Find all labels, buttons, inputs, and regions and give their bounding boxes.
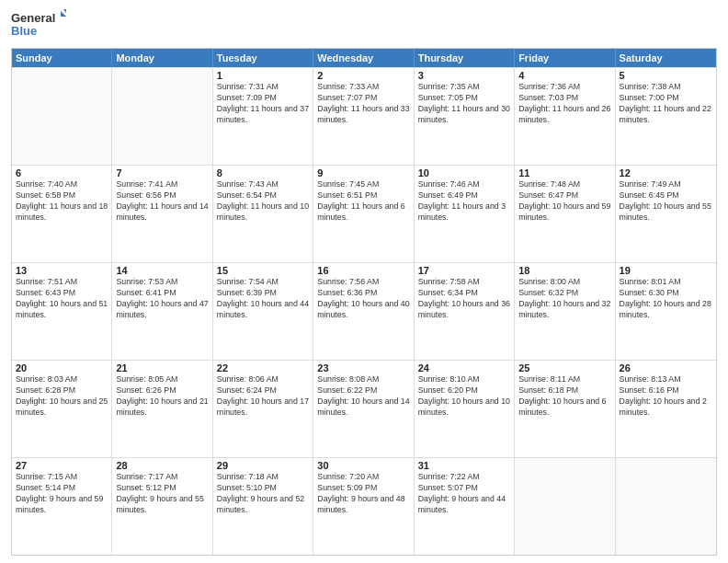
calendar-cell: 2Sunrise: 7:33 AM Sunset: 7:07 PM Daylig… [313,68,414,165]
day-number: 8 [217,167,309,178]
cell-text: Sunrise: 8:01 AM Sunset: 6:30 PM Dayligh… [620,277,712,321]
day-number: 23 [317,362,409,373]
calendar-cell [616,458,716,555]
cell-text: Sunrise: 7:49 AM Sunset: 6:45 PM Dayligh… [620,179,712,224]
calendar-cell: 13Sunrise: 7:51 AM Sunset: 6:43 PM Dayli… [12,263,112,360]
cell-text: Sunrise: 7:40 AM Sunset: 6:58 PM Dayligh… [16,179,108,224]
calendar-cell: 29Sunrise: 7:18 AM Sunset: 5:10 PM Dayli… [213,458,313,555]
calendar-row: 27Sunrise: 7:15 AM Sunset: 5:14 PM Dayli… [12,457,716,555]
day-number: 27 [16,460,108,471]
calendar-row: 20Sunrise: 8:03 AM Sunset: 6:28 PM Dayli… [12,360,716,457]
day-number: 11 [518,167,610,178]
day-number: 16 [317,265,409,276]
day-number: 3 [418,70,510,81]
day-number: 12 [620,167,712,178]
calendar-cell: 17Sunrise: 7:58 AM Sunset: 6:34 PM Dayli… [415,263,515,360]
calendar-cell: 10Sunrise: 7:46 AM Sunset: 6:49 PM Dayli… [415,166,515,262]
day-number: 17 [418,265,510,276]
calendar-cell [112,68,212,165]
weekday-header: Friday [515,49,615,67]
calendar-header: SundayMondayTuesdayWednesdayThursdayFrid… [12,49,716,67]
calendar-cell: 27Sunrise: 7:15 AM Sunset: 5:14 PM Dayli… [12,458,112,555]
day-number: 21 [116,362,208,373]
day-number: 18 [518,265,610,276]
calendar: SundayMondayTuesdayWednesdayThursdayFrid… [11,48,717,556]
cell-text: Sunrise: 7:18 AM Sunset: 5:10 PM Dayligh… [217,472,309,516]
day-number: 28 [116,460,208,471]
cell-text: Sunrise: 7:36 AM Sunset: 7:03 PM Dayligh… [518,82,610,126]
calendar-cell: 28Sunrise: 7:17 AM Sunset: 5:12 PM Dayli… [112,458,212,555]
day-number: 2 [317,70,409,81]
calendar-cell: 4Sunrise: 7:36 AM Sunset: 7:03 PM Daylig… [515,68,615,165]
calendar-cell: 24Sunrise: 8:10 AM Sunset: 6:20 PM Dayli… [415,361,515,457]
cell-text: Sunrise: 8:08 AM Sunset: 6:22 PM Dayligh… [317,374,409,419]
cell-text: Sunrise: 7:45 AM Sunset: 6:51 PM Dayligh… [317,179,409,224]
cell-text: Sunrise: 8:11 AM Sunset: 6:18 PM Dayligh… [518,374,610,419]
calendar-cell: 12Sunrise: 7:49 AM Sunset: 6:45 PM Dayli… [616,166,716,262]
cell-text: Sunrise: 7:15 AM Sunset: 5:14 PM Dayligh… [16,472,108,516]
calendar-row: 13Sunrise: 7:51 AM Sunset: 6:43 PM Dayli… [12,262,716,360]
day-number: 10 [418,167,510,178]
cell-text: Sunrise: 8:03 AM Sunset: 6:28 PM Dayligh… [16,374,108,419]
cell-text: Sunrise: 7:35 AM Sunset: 7:05 PM Dayligh… [418,82,510,126]
cell-text: Sunrise: 7:38 AM Sunset: 7:00 PM Dayligh… [620,82,712,126]
calendar-cell: 19Sunrise: 8:01 AM Sunset: 6:30 PM Dayli… [616,263,716,360]
calendar-body: 1Sunrise: 7:31 AM Sunset: 7:09 PM Daylig… [12,67,716,555]
calendar-cell [515,458,615,555]
day-number: 9 [317,167,409,178]
calendar-cell: 8Sunrise: 7:43 AM Sunset: 6:54 PM Daylig… [213,166,313,262]
cell-text: Sunrise: 7:56 AM Sunset: 6:36 PM Dayligh… [317,277,409,321]
calendar-cell: 5Sunrise: 7:38 AM Sunset: 7:00 PM Daylig… [616,68,716,165]
cell-text: Sunrise: 7:54 AM Sunset: 6:39 PM Dayligh… [217,277,309,321]
day-number: 25 [518,362,610,373]
calendar-cell: 9Sunrise: 7:45 AM Sunset: 6:51 PM Daylig… [313,166,414,262]
day-number: 22 [217,362,309,373]
svg-text:Blue: Blue [11,24,37,38]
day-number: 1 [217,70,309,81]
header: General Blue [11,9,717,42]
cell-text: Sunrise: 7:53 AM Sunset: 6:41 PM Dayligh… [116,277,208,321]
cell-text: Sunrise: 7:58 AM Sunset: 6:34 PM Dayligh… [418,277,510,321]
weekday-header: Wednesday [313,49,414,67]
calendar-cell: 11Sunrise: 7:48 AM Sunset: 6:47 PM Dayli… [515,166,615,262]
calendar-cell: 6Sunrise: 7:40 AM Sunset: 6:58 PM Daylig… [12,166,112,262]
day-number: 31 [418,460,510,471]
calendar-cell: 16Sunrise: 7:56 AM Sunset: 6:36 PM Dayli… [313,263,414,360]
cell-text: Sunrise: 8:00 AM Sunset: 6:32 PM Dayligh… [518,277,610,321]
calendar-cell: 1Sunrise: 7:31 AM Sunset: 7:09 PM Daylig… [213,68,313,165]
calendar-cell: 25Sunrise: 8:11 AM Sunset: 6:18 PM Dayli… [515,361,615,457]
calendar-row: 1Sunrise: 7:31 AM Sunset: 7:09 PM Daylig… [12,67,716,165]
day-number: 29 [217,460,309,471]
cell-text: Sunrise: 7:41 AM Sunset: 6:56 PM Dayligh… [116,179,208,224]
calendar-cell: 14Sunrise: 7:53 AM Sunset: 6:41 PM Dayli… [112,263,212,360]
cell-text: Sunrise: 8:13 AM Sunset: 6:16 PM Dayligh… [620,374,712,419]
svg-marker-3 [63,9,66,13]
calendar-cell: 23Sunrise: 8:08 AM Sunset: 6:22 PM Dayli… [313,361,414,457]
day-number: 13 [16,265,108,276]
svg-marker-2 [61,11,66,17]
cell-text: Sunrise: 8:06 AM Sunset: 6:24 PM Dayligh… [217,374,309,419]
svg-text:General: General [11,11,55,25]
cell-text: Sunrise: 7:20 AM Sunset: 5:09 PM Dayligh… [317,472,409,516]
day-number: 24 [418,362,510,373]
day-number: 19 [620,265,712,276]
calendar-cell: 31Sunrise: 7:22 AM Sunset: 5:07 PM Dayli… [415,458,515,555]
day-number: 20 [16,362,108,373]
day-number: 14 [116,265,208,276]
logo: General Blue [11,9,66,42]
calendar-cell: 26Sunrise: 8:13 AM Sunset: 6:16 PM Dayli… [616,361,716,457]
cell-text: Sunrise: 7:51 AM Sunset: 6:43 PM Dayligh… [16,277,108,321]
calendar-cell: 7Sunrise: 7:41 AM Sunset: 6:56 PM Daylig… [112,166,212,262]
calendar-cell: 21Sunrise: 8:05 AM Sunset: 6:26 PM Dayli… [112,361,212,457]
day-number: 7 [116,167,208,178]
calendar-cell: 18Sunrise: 8:00 AM Sunset: 6:32 PM Dayli… [515,263,615,360]
calendar-cell: 15Sunrise: 7:54 AM Sunset: 6:39 PM Dayli… [213,263,313,360]
logo-svg: General Blue [11,9,66,42]
cell-text: Sunrise: 7:46 AM Sunset: 6:49 PM Dayligh… [418,179,510,224]
cell-text: Sunrise: 7:43 AM Sunset: 6:54 PM Dayligh… [217,179,309,224]
calendar-cell: 22Sunrise: 8:06 AM Sunset: 6:24 PM Dayli… [213,361,313,457]
calendar-cell: 30Sunrise: 7:20 AM Sunset: 5:09 PM Dayli… [313,458,414,555]
day-number: 30 [317,460,409,471]
day-number: 15 [217,265,309,276]
cell-text: Sunrise: 7:31 AM Sunset: 7:09 PM Dayligh… [217,82,309,126]
